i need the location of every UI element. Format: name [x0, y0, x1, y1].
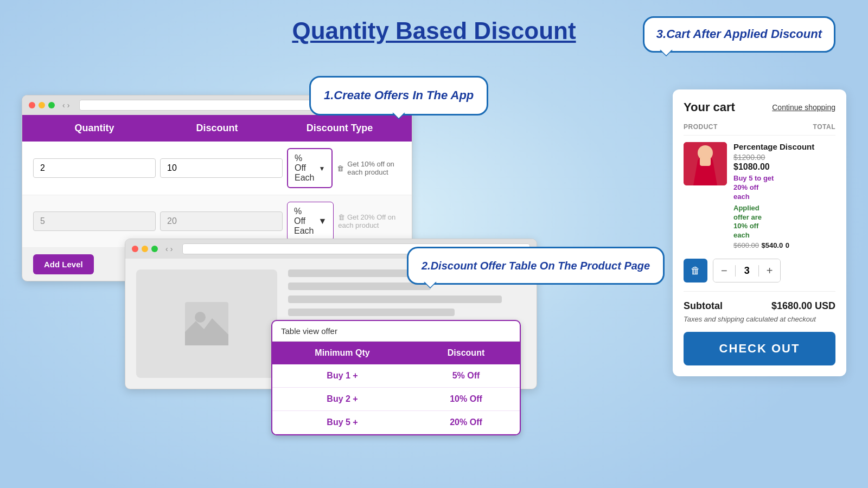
offer-qty-2: Buy 2 + [272, 388, 412, 411]
cart-panel: Your cart Continue shopping PRODUCT TOTA… [673, 89, 846, 376]
page: %OFF Volume & Tiered Pricing Quantity Ba… [0, 0, 868, 488]
dot-yellow[interactable] [39, 102, 45, 108]
delete-item-button[interactable]: 🗑 [684, 259, 707, 282]
item-name: Percentage Discount [733, 142, 835, 151]
qty-increase-button[interactable]: + [759, 259, 781, 282]
discount-input-2[interactable] [160, 211, 283, 231]
checkout-button[interactable]: CHECK OUT [684, 332, 835, 365]
discount-hint-2: 🗑 Get 20% Off on each product [338, 213, 401, 229]
offer-discount-1: 5% Off [412, 364, 520, 388]
dot-green[interactable] [48, 102, 55, 108]
titlebar-arrows[interactable]: ‹› [62, 101, 69, 110]
dot-red-2[interactable] [132, 246, 138, 252]
subtotal-label: Subtotal [684, 300, 723, 312]
col-total: TOTAL [813, 123, 835, 131]
offer-qty-1: Buy 1 + [272, 364, 412, 388]
tax-note: Taxes and shipping calculated at checkou… [684, 315, 835, 323]
bubble-cart-after-discount: 3.Cart After Applied Discount [643, 16, 835, 53]
dot-yellow-2[interactable] [142, 246, 148, 252]
offer-discount-3: 20% Off [412, 411, 520, 434]
cart-title: Your cart [684, 100, 735, 114]
price-crossed: $600.00 [733, 241, 759, 249]
price-comparison: $600.00 $540.0 0 [733, 240, 835, 250]
add-level-button[interactable]: Add Level [33, 254, 94, 274]
subtotal-value: $1680.00 USD [771, 300, 835, 312]
discount-type-dropdown-2[interactable]: % Off Each ▼ [287, 202, 334, 241]
col-min-qty: Minimum Qty [272, 342, 412, 364]
price-new: $540.0 [761, 241, 783, 249]
qty-input-2[interactable] [33, 211, 156, 231]
continue-shopping-link[interactable]: Continue shopping [772, 103, 835, 112]
quantity-controls: 🗑 − 3 + [684, 259, 835, 282]
offer-row-3: Buy 5 + 20% Off [272, 411, 520, 434]
cart-header: Your cart Continue shopping [684, 100, 835, 114]
offer-row-2: Buy 2 + 10% Off [272, 388, 520, 411]
offer-table: Minimum Qty Discount Buy 1 + 5% Off Buy … [272, 342, 520, 434]
item-discounted-price: $1080.00 [733, 162, 770, 171]
offer-qty-3: Buy 5 + [272, 411, 412, 434]
page-title: Quantity Based Discount [292, 17, 576, 44]
cart-item: Percentage Discount $1200.00 $1080.00 Bu… [684, 142, 835, 250]
dropdown-arrow-icon-2: ▼ [318, 216, 327, 226]
product-image-cart [684, 142, 727, 185]
table-row-active: % Off Each 🗑 Get 10% off on each product [22, 142, 412, 195]
col-discount-type: Discount Type [278, 123, 401, 134]
dot-red[interactable] [29, 102, 35, 108]
text-line-2 [288, 282, 431, 290]
titlebar-arrows-2[interactable]: ‹› [165, 245, 173, 253]
product-image [136, 269, 277, 378]
item-original-price: $1200.00 [733, 153, 765, 162]
price-zero: 0 [786, 241, 789, 249]
subtotal-row: Subtotal $1680.00 USD [684, 291, 835, 312]
col-product: PRODUCT [684, 123, 718, 131]
offer-table-title: Table view offer [272, 321, 520, 342]
offer-discount-2: 10% Off [412, 388, 520, 411]
dropdown-arrow-icon [318, 163, 325, 173]
discount-type-dropdown-1[interactable]: % Off Each [287, 148, 333, 188]
trash-icon-2[interactable]: 🗑 [338, 213, 345, 221]
discount-input-1[interactable] [160, 158, 283, 178]
col-discount: Discount [156, 123, 278, 134]
dot-green-2[interactable] [151, 246, 158, 252]
promo-text: Buy 5 to get20% offeach [733, 174, 835, 202]
bubble-create-offers: 1.Create Offers In The App [309, 76, 488, 115]
offer-table-container: Table view offer Minimum Qty Discount Bu… [271, 320, 521, 435]
offer-row-1: Buy 1 + 5% Off [272, 364, 520, 388]
bubble-discount-table: 2.Discount Offer Table On The Product Pa… [407, 247, 665, 285]
qty-value: 3 [735, 265, 759, 277]
qty-input-1[interactable] [33, 158, 156, 178]
col-discount-header: Discount [412, 342, 520, 364]
discount-hint-1: 🗑 Get 10% off on each product [337, 160, 401, 176]
cart-item-details: Percentage Discount $1200.00 $1080.00 Bu… [733, 142, 835, 250]
col-quantity: Quantity [33, 123, 156, 134]
svg-point-1 [195, 312, 206, 323]
quantity-box: − 3 + [713, 259, 781, 282]
trash-icon-1[interactable]: 🗑 [337, 164, 344, 172]
table-header: Quantity Discount Discount Type [22, 115, 412, 142]
qty-decrease-button[interactable]: − [713, 259, 735, 282]
svg-rect-4 [700, 156, 711, 166]
cart-columns: PRODUCT TOTAL [684, 123, 835, 136]
text-line-4 [288, 309, 455, 316]
applied-text: Appliedoffer are10% offeach [733, 204, 835, 241]
text-line-3 [288, 296, 502, 303]
